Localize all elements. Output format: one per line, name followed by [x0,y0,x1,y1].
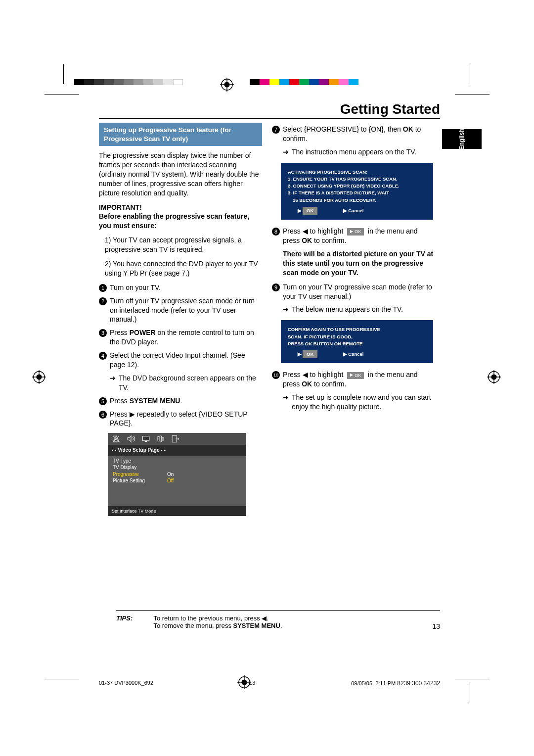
crop-mark [44,679,79,679]
left-column: Setting up Progressive Scan feature (for… [99,123,262,521]
step-number-icon: 4 [99,352,107,360]
registration-mark-icon [487,370,501,385]
step-number-icon: 2 [99,297,107,305]
step-9: 9 Turn on your TV progressive scan mode … [272,283,435,301]
step-number-icon: 8 [272,228,280,236]
step-7: 7 Select {PROGRESSIVE} to {ON}, then OK … [272,125,435,143]
confirm-progressive-dialog: CONFIRM AGAIN TO USE PROGRESSIVE SCAN. I… [281,320,433,363]
registration-mark-icon [220,78,234,93]
step-number-icon: 3 [99,329,107,337]
result-arrow-icon: ➜ [283,305,289,314]
step-10-result: ➜ The set up is complete now and you can… [283,393,435,412]
preference-tab-icon [155,434,166,443]
step-3: 3 Press POWER on the remote control to t… [99,328,262,347]
osd-footer: Set Interlace TV Mode [108,506,246,516]
crop-mark [44,94,79,94]
step-text: Press ▶ repeatedly to select {VIDEO SETU… [110,410,262,428]
step-text: Turn on your TV progressive scan mode (r… [283,283,435,301]
footer-filename: 01-37 DVP3000K_692 [99,680,153,687]
step-text: Turn on your TV. [110,283,161,292]
dialog-ok-button: ▶ OK [298,207,317,215]
dialog-cancel-button: ▶ Cancel [343,207,363,215]
ok-badge-icon: OK [347,372,364,379]
step-4: 4 Select the correct Video Input channel… [99,351,262,370]
registration-mark-icon [32,370,46,385]
crop-mark [470,64,470,84]
svg-rect-17 [145,441,147,442]
activating-progressive-dialog: ACTIVATING PROGRESSIVE SCAN: 1. ENSURE Y… [281,163,433,220]
step-4-result: ➜ The DVD background screen appears on t… [110,374,262,392]
step-5: 5 Press SYSTEM MENU. [99,396,262,406]
result-arrow-icon: ➜ [283,393,289,412]
osd-title: - - Video Setup Page - - [108,445,246,456]
svg-rect-16 [142,436,149,441]
crop-mark [455,679,490,679]
important-label: IMPORTANT! [99,203,262,212]
grayscale-calibration-strip [74,79,183,85]
step-number-icon: 7 [272,126,280,134]
intro-paragraph: The progressive scan display twice the n… [99,151,262,197]
general-tab-icon [111,434,122,443]
right-column: 7 Select {PROGRESSIVE} to {ON}, then OK … [272,123,435,521]
osd-tab-icons [108,433,246,445]
step-number-icon: 5 [99,397,107,405]
step-9-result: ➜ The below menu appears on the TV. [283,305,435,314]
print-footer: 01-37 DVP3000K_692 13 09/05/05, 2:11 PM … [99,680,440,687]
two-column-layout: Setting up Progressive Scan feature (for… [99,123,440,521]
dialog-ok-button: ▶ OK [298,350,317,358]
step-number-icon: 6 [99,411,107,419]
exit-tab-icon [170,434,181,443]
step-text: Press ◀ to highlight OK in the menu and … [283,227,435,245]
dialog-cancel-button: ▶ Cancel [343,350,363,358]
precondition-1: 1) Your TV can accept progressive signal… [105,236,262,254]
footer-page: 13 [249,680,255,687]
result-arrow-icon: ➜ [110,374,116,392]
step-number-icon: 10 [272,371,280,379]
tips-line-1: To return to the previous menu, press ◀. [153,614,268,622]
tips-label: TIPS: [116,614,152,622]
language-tab: English [442,129,482,149]
step-7-result: ➜ The instruction menu appears on the TV… [283,147,435,157]
tips-line-2: To remove the menu, press SYSTEM MENU. [153,622,282,629]
step-number-icon: 1 [99,284,107,292]
audio-tab-icon [126,434,136,443]
page-number: 13 [432,622,440,630]
important-text: Before enabling the progressive scan fea… [99,212,262,231]
step-2: 2 Turn off your TV progressive scan mode… [99,296,262,325]
page-title: Getting Started [99,101,440,119]
step-text: Press POWER on the remote control to tur… [110,328,262,347]
video-setup-osd: - - Video Setup Page - - TV Type TV Disp… [108,433,246,516]
color-calibration-strip [250,79,358,85]
step-text: Select {PROGRESSIVE} to {ON}, then OK to… [283,125,435,143]
step-number-icon: 9 [272,284,280,291]
step-10: 10 Press ◀ to highlight OK in the menu a… [272,370,435,389]
result-arrow-icon: ➜ [283,147,289,157]
step-text: Press ◀ to highlight OK in the menu and … [283,370,435,389]
footer-date-partno: 09/05/05, 2:11 PM 8239 300 34232 [351,680,440,687]
tips-box: TIPS: To return to the previous menu, pr… [116,610,440,629]
section-heading: Setting up Progressive Scan feature (for… [99,123,262,146]
crop-mark [455,94,490,94]
step-text: Turn off your TV progressive scan mode o… [110,296,262,325]
page-content: Getting Started English Setting up Progr… [99,101,440,642]
manual-page: Getting Started English Setting up Progr… [0,0,534,756]
crop-mark [470,683,470,703]
video-tab-icon [140,434,151,443]
osd-body: TV Type TV Display ProgressiveOn Picture… [108,456,246,506]
step-text: Select the correct Video Input channel. … [110,351,262,370]
step-8: 8 Press ◀ to highlight OK in the menu an… [272,227,435,245]
step-1: 1 Turn on your TV. [99,283,262,292]
crop-mark [63,64,64,84]
precondition-2: 2) You have connected the DVD player to … [105,259,262,278]
step-text: Press SYSTEM MENU. [110,396,182,406]
distorted-notice: There will be a distorted picture on you… [283,249,435,278]
ok-badge-icon: OK [347,228,364,235]
step-6: 6 Press ▶ repeatedly to select {VIDEO SE… [99,410,262,428]
